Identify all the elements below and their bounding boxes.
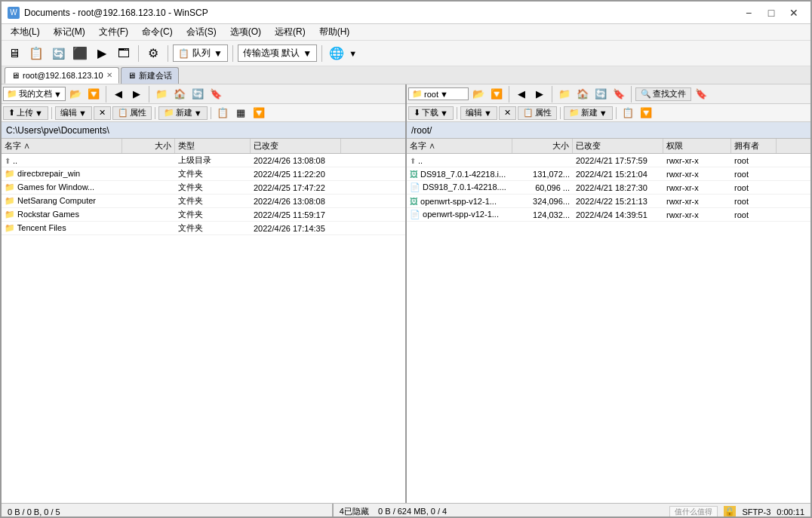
sync-button[interactable]: 🔄 <box>48 44 68 63</box>
minimize-button[interactable]: − <box>738 5 759 20</box>
remote-path-dropdown[interactable]: 📁 root ▼ <box>408 87 469 100</box>
search-files-btn[interactable]: 🔍 查找文件 <box>635 87 691 101</box>
menu-options[interactable]: 选项(O) <box>224 24 267 40</box>
remote-extra-btn[interactable]: 🔖 <box>693 87 709 102</box>
table-row[interactable]: directxrepair_win 文件夹 2022/4/25 11:22:20 <box>2 167 405 181</box>
local-file-list[interactable]: 名字 ∧ 大小 类型 已改变 .. 上级目录 2022/4/26 13:08:0… <box>2 139 405 503</box>
status-local: 0 B / 0 B, 0 / 5 <box>2 507 332 516</box>
local-refresh-btn[interactable]: 🔄 <box>189 87 206 102</box>
local-back-btn[interactable]: ◀ <box>110 87 127 102</box>
local-path-dropdown[interactable]: 📁 我的文档 ▼ <box>3 87 66 101</box>
remote-properties-btn[interactable]: 📋 属性 <box>518 106 557 120</box>
remote-sep-1 <box>509 86 509 103</box>
tab-session[interactable]: 🖥 root@192.168.123.10 ✕ <box>5 67 119 84</box>
local-edit-btn[interactable]: 编辑 ▼ <box>55 106 92 120</box>
remote-action-bar: ⬇ 下载 ▼ 编辑 ▼ ✕ 📋 属性 📁 新建 ▼ 📋 🔽 <box>407 104 810 122</box>
remote-edit-btn[interactable]: 编辑 ▼ <box>460 106 497 120</box>
remote-list-header: 名字 ∧ 大小 已改变 权限 拥有者 <box>407 139 810 154</box>
menu-help[interactable]: 帮助(H) <box>313 24 356 40</box>
file-date: 2022/4/25 17:47:22 <box>251 182 341 193</box>
table-row[interactable]: 🖼 openwrt-spp-v12-1... 324,096... 2022/4… <box>407 195 810 208</box>
remote-parent-btn[interactable]: 📁 <box>556 87 573 102</box>
local-delete-btn[interactable]: ✕ <box>94 106 111 120</box>
tab-new-session[interactable]: 🖥 新建会话 <box>121 67 179 84</box>
local-col-size[interactable]: 大小 <box>122 139 175 153</box>
local-list-header: 名字 ∧ 大小 类型 已改变 <box>2 139 405 154</box>
queue-dropdown-icon: ▼ <box>214 48 223 59</box>
local-action-extra3[interactable]: 🔽 <box>251 106 267 121</box>
table-row[interactable]: 🖼 DS918_7.0.1-42218.i... 131,072... 2022… <box>407 167 810 181</box>
file-owner: root <box>731 196 777 207</box>
remote-root-btn[interactable]: 🏠 <box>574 87 591 102</box>
file-size <box>122 214 175 216</box>
remote-refresh-btn[interactable]: 🔄 <box>592 87 609 102</box>
session-tab-close[interactable]: ✕ <box>106 71 112 79</box>
remote-back-btn[interactable]: ◀ <box>513 87 530 102</box>
status-remote: 4已隐藏 0 B / 624 MB, 0 / 4 <box>334 506 664 517</box>
remote-col-size[interactable]: 大小 <box>512 139 573 153</box>
local-forward-btn[interactable]: ▶ <box>128 87 145 102</box>
table-row[interactable]: NetSarang Computer 文件夹 2022/4/26 13:08:0… <box>2 195 405 208</box>
menu-file[interactable]: 文件(F) <box>93 24 134 40</box>
remote-browse-btn[interactable]: 📂 <box>470 87 487 102</box>
remote-forward-btn[interactable]: ▶ <box>531 87 548 102</box>
file-name: 🖼 DS918_7.0.1-42218.i... <box>407 169 512 179</box>
local-root-btn[interactable]: 🏠 <box>171 87 188 102</box>
toolbar-btn-3[interactable]: ⬛ <box>70 44 90 63</box>
local-parent-btn[interactable]: 📁 <box>153 87 170 102</box>
remote-download-btn[interactable]: ⬇ 下载 ▼ <box>408 106 454 120</box>
table-row[interactable]: .. 上级目录 2022/4/26 13:08:08 <box>2 154 405 167</box>
file-type: 文件夹 <box>175 181 251 194</box>
remote-file-list[interactable]: 名字 ∧ 大小 已改变 权限 拥有者 .. 2022/4/21 17:57:59… <box>407 139 810 503</box>
local-col-date[interactable]: 已改变 <box>251 139 341 153</box>
remote-col-perm[interactable]: 权限 <box>663 139 731 153</box>
queue-label: 队列 <box>192 47 211 60</box>
remote-action-extra1[interactable]: 📋 <box>620 106 636 121</box>
remote-filter-btn[interactable]: 🔽 <box>488 87 505 102</box>
local-action-extra1[interactable]: 📋 <box>214 106 231 121</box>
local-new-btn[interactable]: 📁 新建 ▼ <box>158 106 208 120</box>
table-row[interactable]: Rockstar Games 文件夹 2022/4/25 11:59:17 <box>2 208 405 222</box>
menu-session[interactable]: 会话(S) <box>180 24 223 40</box>
local-bookmark-btn[interactable]: 🔖 <box>208 87 224 102</box>
remote-new-btn[interactable]: 📁 新建 ▼ <box>564 106 613 120</box>
toolbar-gear[interactable]: ⚙ <box>143 44 163 63</box>
local-browse-btn[interactable]: 📂 <box>67 87 84 102</box>
local-properties-btn-grp[interactable]: 📋 属性 <box>112 106 152 120</box>
local-action-extra2[interactable]: ▦ <box>232 106 249 121</box>
menu-local[interactable]: 本地(L) <box>5 24 46 40</box>
table-row[interactable]: DS918_7.0.1-42218.... 60,096 ... 2022/4/… <box>407 181 810 195</box>
local-upload-btn[interactable]: ⬆ 上传 ▼ <box>3 106 48 120</box>
local-col-type[interactable]: 类型 <box>175 139 251 153</box>
remote-bookmark-btn[interactable]: 🔖 <box>611 87 627 102</box>
remote-col-owner[interactable]: 拥有者 <box>731 139 777 153</box>
remote-col-name[interactable]: 名字 ∧ <box>407 139 512 153</box>
toolbar-transfer[interactable]: 传输选项 默认 ▼ <box>238 44 317 62</box>
toolbar-globe[interactable]: 🌐 <box>327 44 346 63</box>
toolbar-btn-4[interactable]: ▶ <box>92 44 112 63</box>
toolbar-btn-5[interactable]: 🗔 <box>114 44 134 63</box>
table-row[interactable]: .. 2022/4/21 17:57:59 rwxr-xr-x root <box>407 154 810 167</box>
close-button[interactable]: ✕ <box>783 5 804 20</box>
remote-col-date[interactable]: 已改变 <box>573 139 663 153</box>
table-row[interactable]: Tencent Files 文件夹 2022/4/26 17:14:35 <box>2 222 405 235</box>
remote-action-extra2[interactable]: 🔽 <box>638 106 654 121</box>
file-date: 2022/4/24 14:39:51 <box>573 210 663 220</box>
maximize-button[interactable]: □ <box>761 5 782 20</box>
local-col-name[interactable]: 名字 ∧ <box>2 139 122 153</box>
local-filter-btn[interactable]: 🔽 <box>85 87 102 102</box>
file-date: 2022/4/25 11:22:20 <box>251 169 341 179</box>
file-size <box>122 201 175 202</box>
toolbar-btn-2[interactable]: 📋 <box>26 44 46 63</box>
toolbar-queue[interactable]: 📋 队列 ▼ <box>173 44 228 62</box>
remote-edit-dropdown-icon: ▼ <box>484 109 492 118</box>
menu-remote[interactable]: 远程(R) <box>269 24 312 40</box>
file-name: openwrt-spp-v12-1... <box>407 209 512 220</box>
table-row[interactable]: openwrt-spp-v12-1... 124,032... 2022/4/2… <box>407 208 810 222</box>
toolbar-globe-dropdown[interactable]: ▼ <box>349 49 357 58</box>
remote-delete-btn[interactable]: ✕ <box>499 106 516 120</box>
menu-command[interactable]: 命令(C) <box>136 24 179 40</box>
menu-mark[interactable]: 标记(M) <box>48 24 91 40</box>
table-row[interactable]: Games for Window... 文件夹 2022/4/25 17:47:… <box>2 181 405 195</box>
toolbar-btn-1[interactable]: 🖥 <box>5 44 24 63</box>
